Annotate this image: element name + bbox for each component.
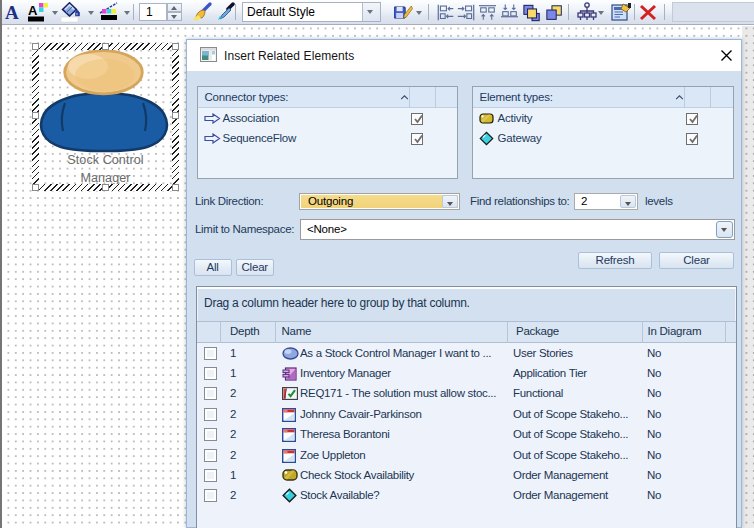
svg-text:A: A: [28, 3, 38, 18]
